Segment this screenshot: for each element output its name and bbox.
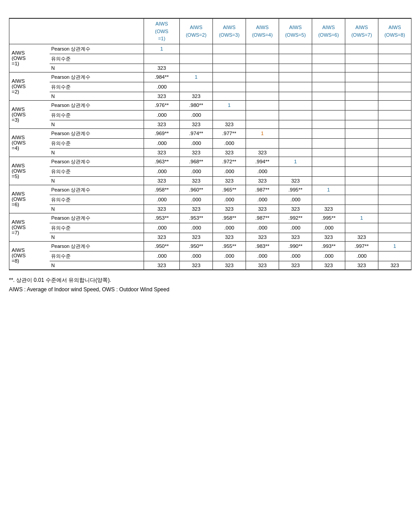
cell-value — [345, 44, 378, 54]
cell-value: .000 — [180, 223, 213, 233]
cell-value — [312, 110, 345, 120]
cell-value: .000 — [246, 223, 279, 233]
cell-value: .987** — [246, 213, 279, 223]
cell-value: 323 — [144, 92, 180, 100]
cell-value: .000 — [144, 138, 180, 148]
cell-value: 323 — [312, 204, 345, 213]
cell-value — [213, 110, 246, 120]
cell-value: 323 — [144, 233, 180, 241]
row-sub-label: N — [50, 148, 144, 157]
cell-value: 323 — [345, 233, 378, 241]
cell-value: 1 — [279, 157, 312, 166]
row-main-label: AIWS(OWS=6) — [9, 185, 50, 213]
cell-value — [246, 138, 279, 148]
cell-value — [213, 82, 246, 92]
cell-value: .995** — [312, 213, 345, 223]
cell-value — [279, 120, 312, 128]
cell-value — [345, 128, 378, 138]
cell-value — [312, 176, 345, 185]
cell-value — [345, 72, 378, 82]
header-col8: AIWS(OWS=8) — [378, 18, 412, 44]
cell-value: .984** — [144, 72, 180, 82]
cell-value: .000 — [279, 251, 312, 261]
cell-value — [279, 100, 312, 110]
cell-value: 323 — [213, 233, 246, 241]
cell-value — [378, 92, 412, 100]
cell-value — [246, 110, 279, 120]
cell-value — [279, 166, 312, 176]
row-main-label: AIWS(OWS=4) — [9, 128, 50, 157]
cell-value: .000 — [246, 251, 279, 261]
cell-value: 323 — [213, 148, 246, 157]
cell-value: .000 — [213, 138, 246, 148]
cell-value: .994** — [246, 157, 279, 166]
cell-value — [378, 157, 412, 166]
cell-value: 323 — [213, 176, 246, 185]
cell-value: 323 — [246, 148, 279, 157]
cell-value — [378, 223, 412, 233]
cell-value — [378, 82, 412, 92]
cell-value: .972** — [213, 157, 246, 166]
cell-value — [312, 72, 345, 82]
cell-value — [378, 44, 412, 54]
cell-value: 323 — [144, 261, 180, 270]
row-sub-label: 유의수준 — [50, 54, 144, 64]
cell-value — [312, 64, 345, 72]
cell-value: 323 — [180, 92, 213, 100]
cell-value — [378, 233, 412, 241]
cell-value — [213, 92, 246, 100]
cell-value — [378, 148, 412, 157]
cell-value: .000 — [312, 251, 345, 261]
cell-value: 323 — [246, 233, 279, 241]
cell-value — [246, 82, 279, 92]
row-sub-label: N — [50, 176, 144, 185]
cell-value — [246, 64, 279, 72]
cell-value: 323 — [312, 261, 345, 270]
header-col4: AIWS(OWS=4) — [246, 18, 279, 44]
cell-value: .000 — [180, 138, 213, 148]
cell-value: .992** — [279, 213, 312, 223]
cell-value — [180, 44, 213, 54]
cell-value — [312, 157, 345, 166]
header-col6: AIWS(OWS=6) — [312, 18, 345, 44]
cell-value: .965** — [213, 185, 246, 195]
cell-value: .974** — [180, 128, 213, 138]
cell-value — [180, 64, 213, 72]
cell-value — [312, 148, 345, 157]
row-sub-label: 유의수준 — [50, 251, 144, 261]
cell-value — [312, 100, 345, 110]
cell-value: 323 — [279, 233, 312, 241]
row-sub-label: N — [50, 64, 144, 72]
row-main-label: AIWS(OWS=7) — [9, 213, 50, 241]
cell-value — [279, 54, 312, 64]
cell-value — [378, 54, 412, 64]
row-sub-label: N — [50, 261, 144, 270]
cell-value: .000 — [144, 223, 180, 233]
cell-value: .997** — [345, 241, 378, 251]
cell-value — [345, 54, 378, 64]
cell-value — [378, 176, 412, 185]
cell-value — [345, 92, 378, 100]
cell-value — [312, 128, 345, 138]
cell-value — [378, 204, 412, 213]
row-sub-label: 유의수준 — [50, 166, 144, 176]
row-sub-label: N — [50, 92, 144, 100]
row-sub-label: Pearson 상관계수 — [50, 185, 144, 195]
cell-value — [279, 44, 312, 54]
cell-value: .969** — [144, 128, 180, 138]
cell-value — [144, 54, 180, 64]
cell-value: 323 — [144, 64, 180, 72]
cell-value — [213, 72, 246, 82]
row-main-label: AIWS(OWS=3) — [9, 100, 50, 128]
cell-value: .000 — [279, 195, 312, 204]
cell-value: 323 — [213, 120, 246, 128]
cell-value — [279, 82, 312, 92]
correlation-table-container: AIWS(OWS=1) AIWS(OWS=2) AIWS(OWS=3) AIWS… — [9, 18, 412, 295]
cell-value: 1 — [345, 213, 378, 223]
cell-value — [312, 138, 345, 148]
cell-value — [279, 72, 312, 82]
cell-value — [312, 166, 345, 176]
cell-value — [345, 195, 378, 204]
cell-value — [246, 120, 279, 128]
cell-value: .960** — [180, 185, 213, 195]
